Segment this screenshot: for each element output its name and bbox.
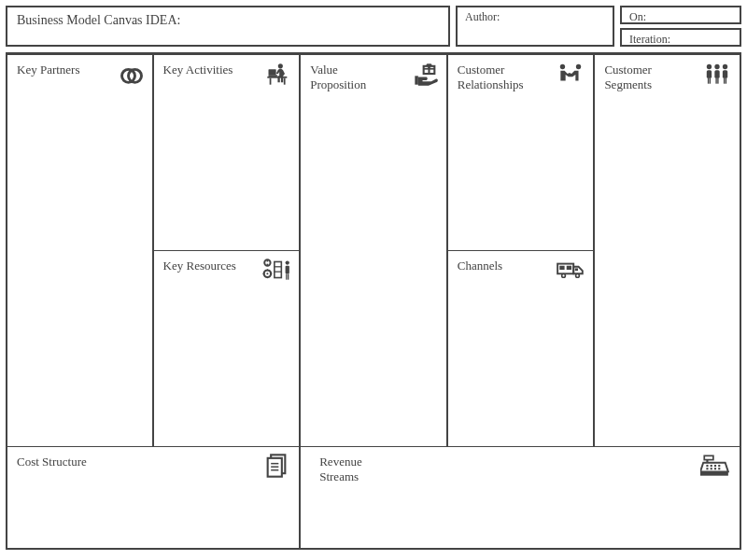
svg-rect-40 bbox=[708, 77, 709, 83]
svg-point-24 bbox=[560, 64, 565, 69]
svg-rect-7 bbox=[284, 78, 286, 85]
block-title: Cost Structure bbox=[17, 455, 92, 469]
svg-rect-56 bbox=[714, 465, 716, 467]
svg-point-33 bbox=[577, 274, 579, 276]
svg-rect-43 bbox=[717, 77, 718, 83]
svg-rect-28 bbox=[567, 266, 571, 270]
svg-rect-44 bbox=[724, 77, 725, 83]
key-partners-block[interactable]: Key Partners bbox=[6, 55, 153, 447]
block-title: Customer Relationships bbox=[458, 63, 532, 91]
resources-icon bbox=[261, 257, 291, 283]
svg-rect-6 bbox=[270, 78, 272, 85]
block-title: Value Proposition bbox=[310, 63, 385, 91]
svg-point-2 bbox=[278, 63, 283, 68]
revenue-streams-block[interactable]: Revenue Streams bbox=[300, 447, 741, 550]
documents-icon bbox=[263, 453, 289, 479]
svg-rect-18 bbox=[286, 273, 287, 279]
gift-hand-icon bbox=[413, 61, 439, 87]
block-title: Key Partners bbox=[17, 63, 92, 77]
block-title: Key Resources bbox=[163, 259, 238, 273]
author-field[interactable]: Author: bbox=[456, 6, 614, 47]
svg-rect-61 bbox=[718, 468, 720, 469]
business-model-canvas: Business Model Canvas IDEA: Author: On: … bbox=[0, 0, 747, 560]
svg-rect-45 bbox=[726, 77, 726, 83]
value-proposition-block[interactable]: Value Proposition bbox=[300, 55, 447, 447]
svg-rect-38 bbox=[714, 70, 719, 78]
svg-rect-53 bbox=[700, 471, 728, 475]
author-label: Author: bbox=[465, 10, 500, 23]
customer-relationships-block[interactable]: Customer Relationships bbox=[447, 55, 595, 251]
iteration-label: Iteration: bbox=[629, 33, 670, 46]
person-at-desk-icon bbox=[265, 61, 291, 87]
people-group-icon bbox=[702, 61, 732, 87]
svg-rect-23 bbox=[415, 76, 418, 84]
svg-rect-57 bbox=[718, 465, 720, 467]
idea-field[interactable]: Business Model Canvas IDEA: bbox=[6, 6, 450, 47]
canvas-grid: Key Partners Key Activities Key Resource… bbox=[6, 52, 741, 550]
date-field[interactable]: On: bbox=[620, 6, 741, 24]
canvas-header: Business Model Canvas IDEA: Author: On: … bbox=[6, 6, 741, 47]
truck-icon bbox=[556, 257, 585, 283]
svg-point-25 bbox=[576, 64, 581, 69]
svg-rect-41 bbox=[710, 77, 711, 83]
cost-structure-block[interactable]: Cost Structure bbox=[6, 447, 300, 550]
block-title: Key Activities bbox=[163, 63, 238, 77]
svg-rect-55 bbox=[711, 465, 712, 467]
svg-rect-5 bbox=[268, 77, 288, 78]
svg-rect-51 bbox=[704, 455, 713, 459]
key-resources-block[interactable]: Key Resources bbox=[153, 251, 301, 447]
channels-block[interactable]: Channels bbox=[447, 251, 595, 447]
svg-rect-39 bbox=[723, 70, 727, 78]
svg-point-34 bbox=[707, 64, 712, 69]
svg-rect-19 bbox=[288, 273, 289, 279]
svg-point-16 bbox=[286, 260, 289, 264]
svg-rect-4 bbox=[269, 75, 277, 77]
cash-register-icon bbox=[700, 453, 730, 479]
svg-point-36 bbox=[723, 64, 727, 69]
svg-rect-37 bbox=[707, 70, 712, 78]
svg-rect-17 bbox=[286, 266, 289, 274]
customer-segments-block[interactable]: Customer Segments bbox=[594, 55, 741, 447]
svg-rect-59 bbox=[711, 468, 712, 469]
svg-rect-58 bbox=[706, 468, 708, 469]
svg-rect-60 bbox=[714, 468, 716, 469]
svg-rect-29 bbox=[575, 268, 578, 271]
key-activities-block[interactable]: Key Activities bbox=[153, 55, 301, 251]
block-title: Channels bbox=[458, 259, 532, 273]
svg-rect-3 bbox=[269, 69, 276, 75]
block-title: Customer Segments bbox=[604, 63, 679, 91]
block-title: Revenue Streams bbox=[319, 455, 394, 483]
svg-rect-27 bbox=[560, 266, 565, 270]
svg-point-12 bbox=[267, 273, 269, 274]
svg-point-35 bbox=[714, 64, 719, 69]
svg-rect-42 bbox=[715, 77, 716, 83]
rings-icon bbox=[119, 61, 145, 87]
svg-point-31 bbox=[563, 274, 565, 276]
handshake-icon bbox=[556, 61, 585, 87]
on-label: On: bbox=[629, 10, 646, 23]
svg-rect-13 bbox=[275, 261, 281, 277]
svg-rect-54 bbox=[706, 465, 708, 467]
idea-label: Business Model Canvas IDEA: bbox=[17, 13, 180, 27]
iteration-field[interactable]: Iteration: bbox=[620, 28, 741, 47]
